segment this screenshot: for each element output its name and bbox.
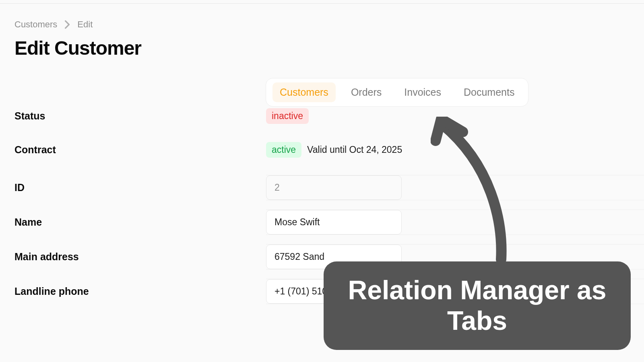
id-field: [266, 175, 402, 200]
tab-orders[interactable]: Orders: [344, 82, 389, 102]
breadcrumb: Customers Edit: [14, 19, 630, 30]
label-id: ID: [14, 182, 266, 193]
chevron-right-icon: [64, 20, 70, 29]
label-main-address: Main address: [14, 251, 266, 263]
label-contract: Contract: [14, 144, 266, 156]
tab-invoices[interactable]: Invoices: [397, 82, 448, 102]
label-landline: Landline phone: [14, 286, 266, 297]
name-field[interactable]: [266, 210, 402, 234]
page-title: Edit Customer: [14, 37, 630, 59]
annotation-text: Relation Manager as Tabs: [340, 275, 615, 336]
breadcrumb-root-link[interactable]: Customers: [14, 19, 57, 30]
contract-valid-until: Valid until Oct 24, 2025: [307, 144, 402, 155]
row-name: Name: [14, 203, 630, 241]
tab-documents[interactable]: Documents: [456, 82, 522, 102]
contract-badge: active: [266, 142, 301, 158]
annotation-bubble: Relation Manager as Tabs: [324, 261, 631, 350]
status-badge: inactive: [266, 108, 309, 124]
row-contract: Contract active Valid until Oct 24, 2025: [14, 131, 630, 169]
breadcrumb-current: Edit: [77, 19, 93, 30]
label-name: Name: [14, 216, 266, 228]
label-status: Status: [14, 110, 266, 122]
relation-tabs: Customers Orders Invoices Documents: [266, 78, 528, 107]
tab-customers[interactable]: Customers: [272, 82, 336, 102]
top-divider: [0, 3, 644, 4]
row-id: ID: [14, 169, 630, 206]
